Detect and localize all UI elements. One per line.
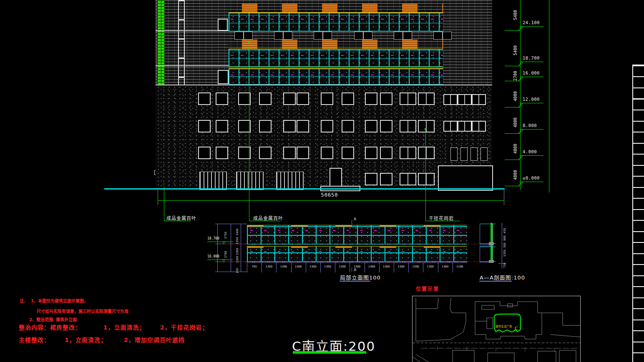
level-stub-line (505, 81, 520, 81)
floor-height-dim: 4000 (513, 132, 518, 154)
detail-bottom-dim: 1300 (438, 265, 452, 268)
podium-window (443, 94, 458, 105)
podium-window (380, 173, 392, 185)
podium-window (283, 120, 296, 132)
right-edge-grid-ladder (632, 65, 644, 362)
section-joint-block (489, 260, 494, 263)
level-stub-line (505, 30, 520, 31)
main-building-line: 主楼整改： 1，立面清洗； 2，增加空调百叶遮挡 (19, 335, 185, 344)
level-value: 4.000 (523, 149, 537, 154)
detail-bottom-dim: 1300 (379, 265, 394, 268)
detail-level-text: 18.700 (207, 237, 219, 240)
pdim-h (215, 224, 247, 224)
overall-dim-line (158, 200, 504, 201)
granite-label: 干挂花岗岩 (429, 215, 454, 221)
pdim-v (241, 224, 241, 272)
detail-left-dim: 150 (236, 262, 239, 273)
cad-drawing-canvas: 50650 成品金属百叶 成品金属百叶 干挂花岗岩 ▽24.100▽18.700… (0, 0, 644, 362)
level-marker-line (520, 77, 543, 77)
facade-brick-pier-row (229, 40, 443, 49)
level-triangle-icon: ▽ (222, 259, 225, 262)
level-value: 8.000 (523, 123, 537, 128)
detail-level-text: 16.000 (207, 255, 219, 258)
podium-window (460, 147, 468, 161)
floor-height-dim: 4000 (513, 158, 518, 180)
podium-window (297, 120, 309, 132)
podium-window (380, 92, 392, 105)
metal-louver-label: 成品金属百叶 (166, 215, 196, 221)
detail-bottom-dim: 1300 (262, 265, 276, 268)
podium-window (365, 92, 377, 105)
podium-window (354, 32, 372, 40)
level-stub-line (505, 66, 520, 66)
level-stub-line (505, 186, 520, 186)
partial-caption: 局部立面图100 (340, 273, 381, 281)
podium-window (443, 121, 458, 132)
podium-window (458, 121, 472, 132)
podium-window (274, 32, 292, 40)
podium-window (297, 92, 309, 105)
section-caption-underline (479, 281, 512, 282)
podium-window (418, 173, 435, 185)
location-map: 城市生活广场 C (412, 296, 581, 362)
section-joint-block (489, 242, 494, 245)
level-line (207, 260, 233, 260)
section-cut-tick (352, 220, 352, 224)
metal-louver-label: 成品金属百叶 (253, 215, 283, 221)
ground-line (104, 188, 505, 190)
datum-line-red (225, 244, 480, 244)
level-marker-line (520, 155, 543, 156)
detail-left-dim: 2750 (224, 228, 227, 239)
detail-bottom-dim: 1300 (394, 265, 408, 268)
datum-line-red (225, 262, 480, 262)
podium-window (394, 32, 412, 40)
detail-window-row (247, 246, 467, 262)
podium-window (450, 147, 458, 161)
podium-window (418, 92, 435, 105)
leader-line (164, 187, 164, 221)
podium-window (400, 147, 416, 159)
section-cut-tick (352, 267, 352, 272)
pdim-h (215, 272, 247, 272)
section-line (480, 224, 496, 224)
podium-window (380, 120, 392, 132)
podium-window (400, 120, 416, 132)
section-line (480, 247, 496, 247)
level-marker-line (520, 182, 543, 182)
podium-window (365, 120, 377, 132)
podium-window (198, 120, 211, 132)
green-louver-strip (157, 0, 164, 85)
podium-window (472, 121, 486, 132)
facade-window-band (229, 49, 443, 67)
level-marker-line (520, 26, 543, 27)
podium-window (216, 147, 228, 159)
title-underline (293, 351, 366, 354)
level-value: 12.000 (523, 97, 540, 102)
level-value: 18.700 (523, 55, 540, 60)
facade-window-band (229, 68, 443, 85)
detail-bottom-dim: 1300 (291, 265, 306, 268)
level-marker-line (520, 103, 543, 103)
podium-window (433, 32, 452, 40)
podium-window (321, 92, 333, 105)
level-stub-line (505, 133, 520, 134)
podium-top-line (156, 85, 492, 85)
pdim-v (217, 224, 218, 272)
section-caption: A—A剖面图:100 (480, 273, 525, 281)
podium-window (259, 92, 272, 105)
floor-height-dim: 4000 (513, 80, 518, 101)
pdim-v (231, 224, 231, 272)
podium-window (198, 92, 211, 105)
detail-left-dim: 1300 (236, 252, 239, 263)
detail-bottom-dim: 1300 (306, 265, 320, 268)
level-marker-line (520, 62, 543, 62)
sdim-v (502, 223, 502, 269)
podium-window (283, 147, 296, 159)
dim-line-vertical (549, 0, 549, 192)
podium-window (236, 172, 264, 190)
leader-line (425, 130, 426, 221)
floor-height-dim: 5400 (513, 0, 518, 20)
podium-window (418, 120, 435, 132)
podium-window (199, 172, 227, 190)
note-line-2: 尺寸如与实际有误差，施工时以实际测量尺寸为准 (37, 308, 128, 314)
